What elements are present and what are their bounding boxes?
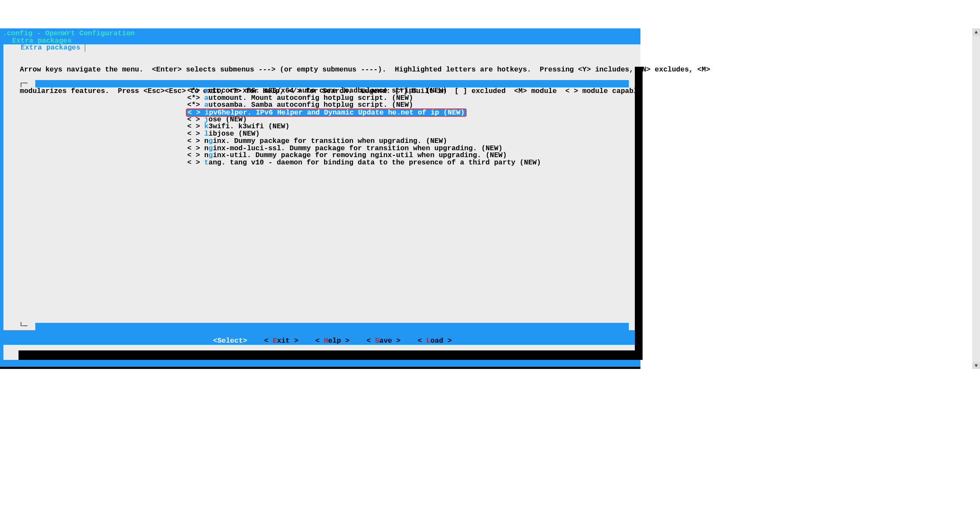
dialog-shadow-bottom [19,350,643,360]
menu-item-selected[interactable]: < > ipv6helper. IPv6 Helper and Dynamic … [186,108,467,117]
button-exit[interactable]: < Exit > [264,338,298,345]
button-load[interactable]: < Load > [417,338,451,345]
empty-area [0,369,980,514]
button-help[interactable]: < Help > [315,338,349,345]
menu-corner-bot: └─ [19,323,33,330]
menu-items: <*> autocore-x86. x86/x64 auto core load… [187,87,541,167]
terminal-viewport: ▲ ▼ .config - OpenWrt Configuration Extr… [0,28,980,514]
scroll-up-icon[interactable]: ▲ [972,28,980,36]
tab-label: Extra packages [13,44,85,52]
dialog-shadow-right [635,67,643,353]
frame-border-left [0,44,3,363]
menu-corner-top: ┌─ [19,80,33,87]
button-select[interactable]: <Select> [213,338,247,345]
menu-item[interactable]: <*> autosamba. Samba autoconfig hotplug … [187,102,541,109]
menu-item[interactable]: < > nginx. Dummy package for transition … [187,138,541,145]
instructions-line-1: Arrow keys navigate the menu. <Enter> se… [20,66,710,74]
button-save[interactable]: < Save > [367,338,401,345]
menu-scroll-bottom [35,323,629,330]
menu-item[interactable]: < > tang. tang v10 - daemon for binding … [187,159,541,167]
scrollbar-track[interactable] [972,28,980,370]
button-row: <Select> < Exit > < Help > < Save > < Lo… [213,338,452,345]
